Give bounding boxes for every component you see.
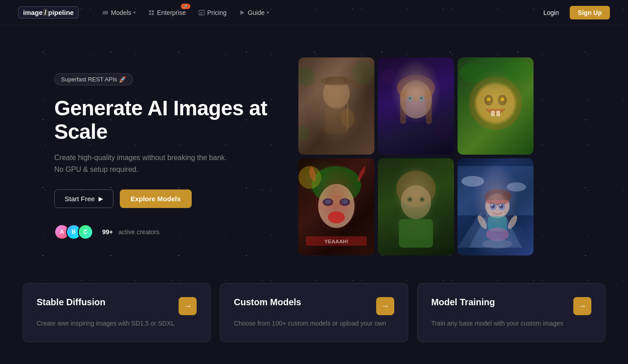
svg-point-42 (318, 184, 355, 228)
svg-point-47 (328, 211, 345, 223)
cta-buttons: Start Free ▶ Explore Models (54, 189, 280, 208)
signup-button[interactable]: Sign Up (570, 6, 610, 19)
svg-rect-3 (149, 10, 151, 12)
svg-point-39 (459, 63, 486, 82)
svg-point-52 (401, 185, 431, 219)
svg-rect-59 (378, 166, 454, 248)
svg-marker-61 (458, 212, 507, 248)
image-5-svg (378, 158, 454, 255)
svg-rect-1 (103, 12, 108, 13)
svg-point-57 (414, 205, 418, 207)
gallery-image-6 (458, 158, 534, 255)
svg-rect-62 (458, 166, 534, 215)
svg-point-30 (475, 82, 516, 124)
hero-left: Superfast REST APIs 🚀 Generate AI Images… (54, 73, 298, 240)
explore-models-button[interactable]: Explore Models (120, 189, 192, 208)
navbar: image/pipeline Models ▾ 🚀 Enterprise (0, 0, 628, 25)
model-training-desc: Train any base model with your custom im… (431, 319, 591, 328)
svg-rect-14 (326, 76, 347, 84)
image-2-svg (378, 57, 454, 155)
svg-rect-38 (496, 111, 500, 116)
svg-rect-22 (400, 90, 406, 124)
start-free-button[interactable]: Start Free ▶ (54, 189, 113, 208)
image-6-svg (458, 158, 534, 255)
svg-point-70 (498, 203, 505, 210)
stable-diffusion-card: Stable Diffusion → Create awe inspiring … (23, 283, 211, 342)
svg-point-67 (502, 191, 511, 200)
nav-item-models[interactable]: Models ▾ (97, 6, 141, 19)
play-icon: ▶ (99, 195, 103, 202)
svg-point-25 (419, 95, 425, 101)
models-chevron: ▾ (133, 10, 136, 15)
models-icon (102, 9, 109, 16)
nav-links: Models ▾ 🚀 Enterprise Pricing (97, 6, 538, 19)
svg-point-15 (341, 109, 354, 128)
svg-point-17 (298, 67, 316, 86)
svg-point-11 (323, 79, 350, 109)
svg-point-45 (325, 199, 331, 204)
nav-item-guide[interactable]: Guide ▾ (234, 6, 274, 19)
svg-point-77 (476, 214, 488, 231)
svg-rect-6 (152, 13, 154, 14)
svg-point-48 (298, 166, 321, 189)
svg-point-71 (491, 204, 495, 208)
svg-point-79 (482, 239, 513, 248)
gallery-image-5 (378, 158, 454, 255)
active-creators: A B C 99+ active creators (54, 224, 280, 240)
card-header-1: Stable Diffusion → (37, 297, 197, 315)
svg-point-36 (501, 98, 504, 101)
stable-diffusion-arrow-button[interactable]: → (179, 297, 197, 315)
model-training-title: Model Training (431, 297, 495, 307)
custom-models-title: Custom Models (234, 297, 301, 307)
svg-point-27 (420, 97, 422, 99)
nav-item-enterprise[interactable]: 🚀 Enterprise (143, 6, 191, 19)
hero-subtitle: Create high-quality images without break… (54, 152, 280, 175)
models-label: Models (111, 9, 131, 16)
arrow-icon-2: → (381, 302, 389, 311)
svg-rect-68 (486, 200, 509, 203)
creator-avatars: A B C (54, 224, 90, 240)
svg-point-33 (484, 95, 493, 106)
svg-marker-60 (469, 196, 522, 247)
svg-point-55 (409, 199, 411, 201)
svg-point-24 (408, 95, 413, 101)
nav-item-pricing[interactable]: Pricing (193, 6, 232, 19)
arrow-icon-3: → (578, 302, 586, 311)
svg-point-31 (469, 76, 522, 130)
svg-point-66 (485, 189, 510, 206)
svg-point-65 (485, 194, 510, 218)
logo[interactable]: image/pipeline (18, 6, 79, 19)
gallery-image-3 (458, 57, 534, 155)
card-header-3: Model Training → (431, 297, 591, 315)
svg-rect-0 (103, 11, 108, 12)
svg-point-69 (490, 203, 496, 210)
creator-count: 99+ (102, 228, 113, 236)
svg-point-43 (323, 199, 334, 206)
svg-point-26 (409, 97, 411, 99)
badge-text: Superfast REST APIs 🚀 (61, 76, 126, 83)
svg-marker-10 (241, 10, 245, 15)
custom-models-arrow-button[interactable]: → (376, 297, 394, 315)
creator-label: active creators (118, 228, 160, 236)
model-training-arrow-button[interactable]: → (573, 297, 591, 315)
svg-point-29 (433, 120, 452, 139)
svg-rect-75 (488, 216, 507, 232)
svg-point-28 (382, 69, 397, 85)
model-training-card: Model Training → Train any base model wi… (417, 283, 605, 342)
login-button[interactable]: Login (538, 6, 564, 19)
avatar-3: C (78, 224, 93, 240)
svg-point-19 (298, 126, 310, 142)
svg-point-74 (500, 204, 501, 206)
guide-icon (239, 9, 246, 16)
image-4-svg: YEAAAH! (298, 158, 374, 255)
card-header-2: Custom Models → (234, 297, 394, 315)
guide-label: Guide (248, 9, 264, 16)
svg-rect-4 (152, 10, 154, 12)
custom-models-desc: Choose from 100+ custom models or upload… (234, 319, 394, 328)
svg-point-18 (352, 61, 374, 84)
svg-point-51 (396, 170, 435, 207)
enterprise-badge: 🚀 (181, 4, 190, 9)
arrow-icon-1: → (184, 302, 192, 311)
svg-rect-23 (426, 90, 432, 124)
start-free-label: Start Free (65, 195, 95, 203)
